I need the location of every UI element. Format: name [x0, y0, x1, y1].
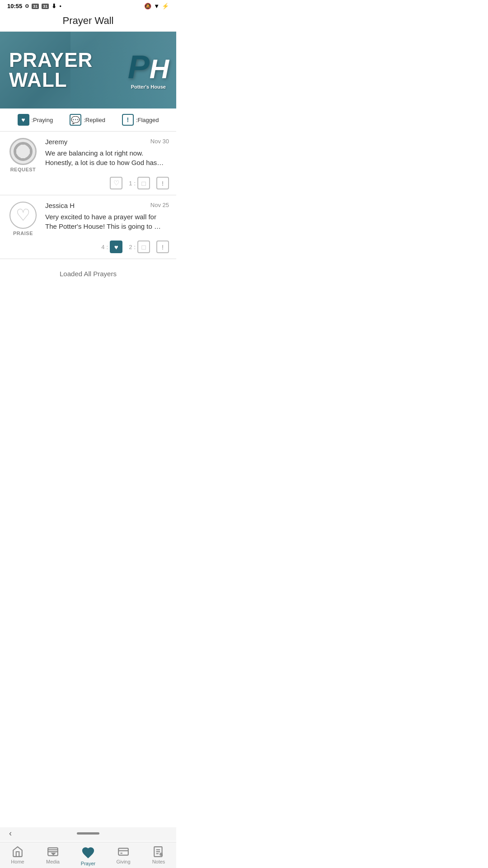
prayer-card-jessica: ♡ PRAISE Jessica H Nov 25 Very excited t…	[0, 195, 176, 259]
flag-icon-1[interactable]: !	[156, 177, 169, 189]
dot-icon: ●	[59, 4, 61, 8]
flagged-label: :Flagged	[136, 117, 159, 123]
page-title: Prayer Wall	[63, 15, 114, 26]
status-right-icons: 🔕 ▼ ⚡	[144, 3, 169, 9]
prayer-text-2[interactable]: Very excited to have a prayer wall for T…	[45, 212, 169, 231]
legend-flagged: ! :Flagged	[122, 114, 159, 126]
pray-button-1[interactable]: ♡	[110, 177, 122, 189]
reply-bubble-icon-1[interactable]: □	[137, 177, 150, 189]
spotify-icon: ⊙	[25, 3, 29, 9]
main-content: PRAYER WALL PH Potter's House ♥ :Praying…	[0, 32, 176, 341]
flag-button-2[interactable]: !	[156, 241, 169, 253]
banner-title-line1: PRAYER	[9, 49, 93, 71]
reply-button-2[interactable]: 2: □	[129, 241, 150, 253]
pray-heart-icon-2[interactable]: ♥	[110, 241, 122, 253]
prayer-content-2: Jessica H Nov 25 Very excited to have a …	[45, 202, 169, 236]
legend-praying: ♥ :Praying	[18, 114, 53, 126]
page-header: Prayer Wall	[0, 12, 176, 32]
prayer-meta-2: Jessica H Nov 25	[45, 202, 169, 209]
prayer-author-1: Jeremy	[45, 138, 67, 146]
flag-button-1[interactable]: !	[156, 177, 169, 189]
flagged-icon: !	[122, 114, 134, 126]
prayer-type-label-1: REQUEST	[10, 167, 36, 172]
flag-icon-2[interactable]: !	[156, 241, 169, 253]
heart-icon: ♡	[16, 207, 30, 223]
loaded-label: Loaded All Prayers	[60, 270, 117, 278]
status-bar: 10:55 ⊙ 31 31 ⬇ ● 🔕 ▼ ⚡	[0, 0, 176, 12]
reply-count-1: 1	[129, 180, 132, 187]
prayer-content-1: Jeremy Nov 30 We are balancing a lot rig…	[45, 138, 169, 172]
status-time: 10:55 ⊙ 31 31 ⬇ ●	[7, 3, 61, 9]
banner-logo-name: Potter's House	[128, 84, 169, 90]
prayer-legend: ♥ :Praying 💬 :Replied ! :Flagged	[0, 108, 176, 132]
prayer-date-1: Nov 30	[150, 138, 169, 146]
wifi-icon: ▼	[154, 3, 160, 9]
prayer-type-label-2: PRAISE	[13, 231, 33, 236]
download-icon: ⬇	[52, 3, 56, 9]
time-display: 10:55	[7, 3, 22, 9]
prayer-avatar-2: ♡ PRAISE	[7, 202, 39, 236]
replied-label: :Replied	[84, 117, 105, 123]
praying-icon: ♥	[18, 114, 29, 126]
pray-button-2[interactable]: 4: ♥	[101, 241, 122, 253]
prayer-text-1[interactable]: We are balancing a lot right now. Honest…	[45, 148, 169, 167]
loaded-text: Loaded All Prayers	[0, 259, 176, 287]
banner-title: PRAYER WALL	[9, 50, 93, 90]
prayer-card-header-1: REQUEST Jeremy Nov 30 We are balancing a…	[7, 138, 169, 172]
banner-logo-letters: PH	[128, 51, 169, 83]
prayer-list: REQUEST Jeremy Nov 30 We are balancing a…	[0, 132, 176, 259]
request-avatar-icon	[9, 138, 37, 165]
prayer-meta-1: Jeremy Nov 30	[45, 138, 169, 146]
calendar2-icon: 31	[42, 4, 49, 9]
prayer-actions-2: 4: ♥ 2: □ !	[7, 241, 169, 253]
praying-label: :Praying	[32, 117, 53, 123]
praise-avatar-icon: ♡	[9, 202, 37, 229]
legend-replied: 💬 :Replied	[70, 114, 105, 126]
pray-count-2: 4	[101, 244, 104, 250]
prayer-actions-1: ♡ 1: □ !	[7, 177, 169, 189]
banner-title-line2: WALL	[9, 69, 67, 91]
prayer-avatar-1: REQUEST	[7, 138, 39, 172]
prayer-date-2: Nov 25	[150, 202, 169, 209]
prayer-card-header-2: ♡ PRAISE Jessica H Nov 25 Very excited t…	[7, 202, 169, 236]
lifesaver-icon	[14, 142, 33, 161]
calendar1-icon: 31	[32, 4, 39, 9]
prayer-wall-banner: PRAYER WALL PH Potter's House	[0, 32, 176, 108]
reply-bubble-icon-2[interactable]: □	[137, 241, 150, 253]
reply-count-2: 2	[129, 244, 132, 250]
prayer-card-jeremy: REQUEST Jeremy Nov 30 We are balancing a…	[0, 132, 176, 195]
replied-icon: 💬	[70, 114, 81, 126]
reply-button-1[interactable]: 1: □	[129, 177, 150, 189]
battery-icon: ⚡	[162, 3, 169, 9]
banner-text: PRAYER WALL	[0, 43, 102, 97]
pray-heart-icon-1[interactable]: ♡	[110, 177, 122, 189]
mute-icon: 🔕	[144, 3, 151, 9]
prayer-author-2: Jessica H	[45, 202, 75, 209]
banner-logo: PH Potter's House	[128, 51, 169, 90]
